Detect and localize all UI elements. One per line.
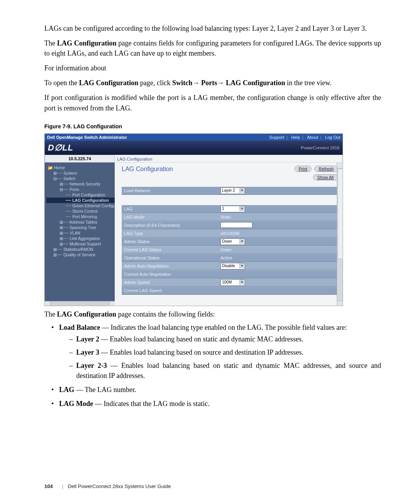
device-ip-tab[interactable]: 10.5.225.74 <box>45 155 115 163</box>
tree-node[interactable]: ⊞┈┈ Multicast Support <box>46 241 115 247</box>
select-field[interactable]: 1 <box>220 206 245 212</box>
breadcrumb: LAG Configuration <box>115 155 343 163</box>
scroll-down-icon[interactable] <box>337 301 343 306</box>
footer-title: Dell PowerConnect 28xx Systems User Guid… <box>68 483 171 489</box>
select-field[interactable]: Disable <box>220 263 245 270</box>
tree-node[interactable]: ⊞┈┈ Network Security <box>46 181 115 187</box>
form-label: Current LAG Status <box>122 247 220 252</box>
menu-help[interactable]: Help <box>291 135 300 140</box>
form-label: Operational Status <box>122 256 220 260</box>
menu-logout[interactable]: Log Out <box>325 135 340 140</box>
form-row: Current Auto Negotiation <box>122 270 338 278</box>
tree-node-selected[interactable]: ┈┈ LAG Configuration <box>46 198 115 203</box>
page-title: LAG Configuration <box>122 166 173 173</box>
form-row: Current LAG Speed <box>122 287 338 295</box>
intro-p1: LAGs can be configured according to the … <box>44 23 381 33</box>
field-description-item: LAG — The LAG number. <box>54 385 381 395</box>
intro-p5: If port configuration is modified while … <box>44 93 381 113</box>
print-button[interactable]: Print <box>294 166 312 172</box>
select-field[interactable]: 100M <box>220 279 245 286</box>
menu-about[interactable]: About <box>307 135 318 140</box>
vertical-scrollbar[interactable] <box>337 163 343 306</box>
form-row: LAG Typeeth1000M <box>122 229 338 238</box>
device-model: PowerConnect 2816 <box>301 145 340 150</box>
form-label: LAG <box>122 206 220 211</box>
form-value: 100M <box>220 279 338 286</box>
tree-node[interactable]: ┈┈ Port Mirroring <box>46 214 115 219</box>
form-label: Load Balance <box>122 188 220 193</box>
tree-node[interactable]: ⊟┈┈ Ports <box>46 187 115 192</box>
intro-p4: To open the LAG Configuration page, clic… <box>44 78 381 88</box>
form-row: LAG1 <box>122 205 338 213</box>
form-value: 1 <box>220 206 338 212</box>
dell-logo: D∅LL <box>48 143 74 153</box>
form-label: Current Auto Negotiation <box>122 272 220 276</box>
tree-node[interactable]: ⊞┈┈ VLAN <box>46 230 115 236</box>
brand-bar: D∅LL PowerConnect 2816 <box>45 141 343 155</box>
form-row: Operational StatusActive <box>122 254 338 262</box>
form-value: eth1000M <box>220 231 338 236</box>
form-label: Admin Speed <box>122 280 220 285</box>
window-titlebar: Dell OpenManage Switch Administrator Sup… <box>45 134 343 141</box>
form-value: Static <box>220 215 338 219</box>
tree-node[interactable]: ┈┈ Green Ethernet Configurati <box>46 203 115 208</box>
menu-support[interactable]: Support <box>269 135 284 140</box>
scroll-thumb[interactable] <box>338 169 343 259</box>
form-panel-1: Load BalanceLayer 2 <box>122 187 338 195</box>
form-row: Description (0-64 Characters) <box>122 221 338 229</box>
form-label: LAG Type <box>122 231 220 236</box>
field-description-subitem: Layer 2 — Enables load balancing based o… <box>69 334 381 344</box>
window-title: Dell OpenManage Switch Administrator <box>47 134 127 141</box>
screenshot: Dell OpenManage Switch Administrator Sup… <box>44 133 343 306</box>
scroll-up-icon[interactable] <box>337 163 343 168</box>
tree-node[interactable]: ⊞┈┈ Spanning Tree <box>46 225 115 230</box>
show-all-button[interactable]: Show All <box>313 174 338 180</box>
form-row: Admin Auto NegotiationDisable <box>122 262 338 270</box>
tree-node[interactable]: ┈┈ Port Configuration <box>46 192 115 198</box>
form-value: Active <box>220 256 338 260</box>
tree-node[interactable]: ⊞┈┈ System <box>46 170 115 176</box>
form-label: Admin Auto Negotiation <box>122 264 220 268</box>
intro-p3: For information about <box>44 63 381 73</box>
page-footer: 104 | Dell PowerConnect 28xx Systems Use… <box>44 483 171 489</box>
window-menu: Support| Help| About| Log Out <box>267 134 340 141</box>
field-description-item: Load Balance — Indicates the load balanc… <box>54 322 381 381</box>
nav-tree[interactable]: 📂 Home⊞┈┈ System⊟┈┈ Switch⊞┈┈ Network Se… <box>45 163 115 306</box>
form-label: Description (0-64 Characters) <box>122 223 220 228</box>
field-description-subitem: Layer 2-3 — Enables load balancing based… <box>69 360 381 381</box>
figure-caption: Figure 7-9. LAG Configuration <box>44 123 381 130</box>
refresh-button[interactable]: Refresh <box>314 166 338 172</box>
field-description-item: LAG Mode — Indicates that the LAG mode i… <box>54 399 381 409</box>
form-row: Load BalanceLayer 2 <box>122 187 338 195</box>
horizontal-scrollbar[interactable] <box>45 301 115 306</box>
form-row: LAG ModeStatic <box>122 213 338 221</box>
tree-node[interactable]: ⊞┈┈ Statistics/RMON <box>46 247 115 252</box>
tree-node[interactable]: 📂 Home <box>46 165 115 170</box>
form-value <box>220 222 338 229</box>
form-value: Down <box>220 247 338 252</box>
form-value: Disable <box>220 263 338 270</box>
select-field[interactable]: Layer 2 <box>220 187 245 194</box>
content-pane: LAG Configuration Print Refresh Show All… <box>115 163 343 306</box>
tree-node[interactable]: ⊞┈┈ Quality of Service <box>46 252 115 257</box>
tree-node[interactable]: ⊞┈┈ Link Aggregation <box>46 236 115 241</box>
desc-intro: The LAG Configuration page contains the … <box>44 309 381 319</box>
page-number: 104 <box>44 483 53 489</box>
form-row: Admin StatusDown <box>122 238 338 246</box>
select-field[interactable]: Down <box>220 238 245 245</box>
text-input[interactable] <box>220 222 252 228</box>
field-description-list: Load Balance — Indicates the load balanc… <box>54 322 381 409</box>
form-value: Down <box>220 238 338 245</box>
form-label: Admin Status <box>122 239 220 244</box>
tree-node[interactable]: ┈┈ Storm Control <box>46 208 115 214</box>
intro-p2: The LAG Configuration page contains fiel… <box>44 38 381 58</box>
form-row: Current LAG StatusDown <box>122 246 338 254</box>
form-value: Layer 2 <box>220 187 338 194</box>
field-description-subitem: Layer 3 — Enables load balancing based o… <box>69 347 381 357</box>
form-row: Admin Speed100M <box>122 278 338 287</box>
form-label: LAG Mode <box>122 215 220 219</box>
form-label: Current LAG Speed <box>122 288 220 293</box>
form-panel-2: LAG1LAG ModeStaticDescription (0-64 Char… <box>122 205 338 295</box>
tree-node[interactable]: ⊟┈┈ Switch <box>46 176 115 181</box>
tree-node[interactable]: ⊞┈┈ Address Tables <box>46 219 115 225</box>
